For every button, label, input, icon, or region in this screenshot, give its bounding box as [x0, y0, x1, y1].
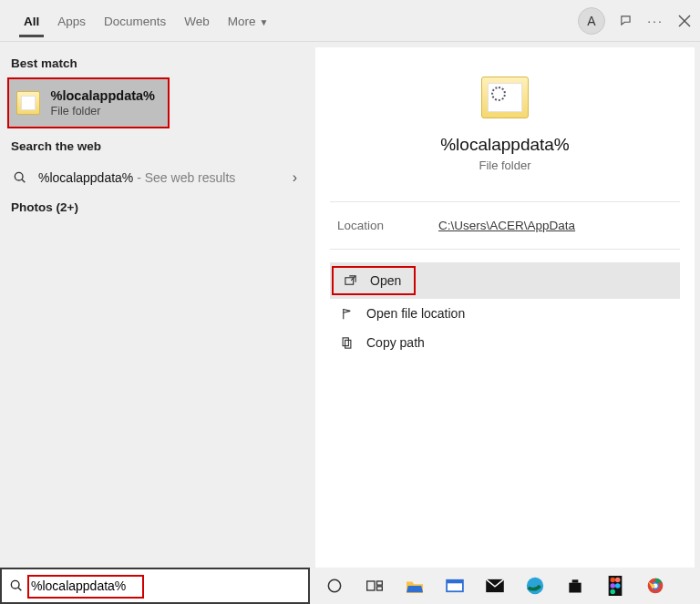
- mail-app-icon[interactable]: [443, 574, 467, 598]
- store-icon[interactable]: [563, 574, 587, 598]
- photos-heading[interactable]: Photos (2+): [0, 195, 310, 221]
- copy-path-action[interactable]: Copy path: [330, 328, 680, 357]
- web-search-result[interactable]: %localappdata% - See web results ›: [0, 160, 310, 195]
- svg-rect-12: [377, 587, 383, 590]
- search-icon: [13, 170, 27, 185]
- svg-point-2: [15, 172, 23, 180]
- mail-icon[interactable]: [483, 574, 507, 598]
- cortana-icon[interactable]: [323, 574, 346, 598]
- user-avatar[interactable]: A: [578, 7, 605, 35]
- result-subtitle: File folder: [51, 105, 155, 118]
- search-web-heading: Search the web: [0, 134, 310, 160]
- file-explorer-icon[interactable]: [403, 574, 427, 598]
- results-panel: Best match %localappdata% File folder Se…: [0, 42, 310, 568]
- svg-rect-14: [448, 583, 462, 590]
- tab-all[interactable]: All: [15, 4, 48, 37]
- tab-more[interactable]: More▼: [219, 4, 278, 37]
- svg-point-18: [611, 578, 616, 583]
- task-view-icon[interactable]: [363, 574, 386, 598]
- search-input[interactable]: [29, 575, 301, 597]
- search-icon: [9, 578, 24, 593]
- location-row: Location C:\Users\ACER\AppData: [330, 215, 680, 232]
- header-bar: All Apps Documents Web More▼ A ···: [0, 0, 700, 42]
- location-label: Location: [337, 219, 384, 232]
- preview-panel: %localappdata% File folder Location C:\U…: [315, 47, 695, 568]
- chevron-right-icon: ›: [293, 169, 297, 186]
- open-file-location-label: Open file location: [366, 306, 465, 321]
- best-match-text: %localappdata% File folder: [51, 88, 155, 118]
- tab-web[interactable]: Web: [175, 4, 219, 37]
- main-content: Best match %localappdata% File folder Se…: [0, 42, 700, 568]
- divider: [330, 249, 680, 250]
- chevron-down-icon: ▼: [260, 17, 269, 27]
- open-icon: [343, 273, 357, 288]
- copy-icon: [339, 335, 354, 350]
- svg-line-3: [22, 179, 25, 182]
- svg-point-7: [11, 580, 19, 589]
- tab-apps[interactable]: Apps: [48, 4, 95, 37]
- more-options-icon[interactable]: ···: [647, 13, 664, 29]
- bottom-bar: [0, 568, 700, 604]
- divider: [330, 201, 680, 202]
- svg-line-8: [18, 588, 21, 590]
- svg-rect-4: [345, 277, 353, 284]
- taskbar: [310, 568, 700, 604]
- folder-large-icon: [481, 77, 529, 118]
- gear-icon: [491, 87, 506, 101]
- header-actions: A ···: [578, 0, 693, 42]
- preview-header: %localappdata% File folder: [330, 69, 680, 189]
- figma-icon[interactable]: [603, 574, 627, 598]
- tab-more-label: More: [228, 15, 256, 28]
- preview-title: %localappdata%: [330, 135, 680, 155]
- filter-tabs: All Apps Documents Web More▼: [15, 4, 278, 37]
- copy-path-label: Copy path: [366, 335, 425, 350]
- open-file-location-action[interactable]: Open file location: [330, 299, 680, 328]
- folder-icon: [16, 91, 40, 115]
- edge-icon[interactable]: [523, 574, 547, 598]
- open-location-icon: [339, 306, 354, 321]
- svg-point-16: [527, 578, 543, 594]
- chrome-icon[interactable]: [643, 574, 667, 598]
- close-icon[interactable]: [676, 13, 693, 29]
- svg-point-20: [611, 583, 616, 589]
- svg-rect-10: [367, 581, 375, 590]
- svg-rect-11: [377, 581, 383, 585]
- preview-subtitle: File folder: [330, 159, 680, 172]
- tab-documents[interactable]: Documents: [95, 4, 175, 37]
- feedback-icon[interactable]: [618, 13, 634, 29]
- open-label: Open: [370, 273, 401, 288]
- web-result-left: %localappdata% - See web results: [13, 169, 235, 186]
- svg-rect-6: [345, 340, 350, 348]
- web-term: %localappdata%: [38, 170, 133, 185]
- preview-panel-wrap: %localappdata% File folder Location C:\U…: [310, 42, 700, 568]
- svg-point-9: [328, 579, 340, 591]
- open-action[interactable]: Open: [332, 266, 416, 295]
- web-hint: - See web results: [133, 170, 235, 185]
- result-title: %localappdata%: [51, 88, 155, 103]
- svg-rect-5: [343, 337, 348, 345]
- svg-point-21: [615, 583, 621, 589]
- preview-actions: Open Open file location Copy path: [330, 262, 680, 357]
- svg-point-19: [615, 578, 621, 583]
- best-match-heading: Best match: [0, 51, 310, 77]
- location-path-link[interactable]: C:\Users\ACER\AppData: [438, 219, 575, 232]
- best-match-result[interactable]: %localappdata% File folder: [7, 77, 170, 128]
- svg-point-22: [611, 589, 616, 595]
- search-box[interactable]: [0, 568, 310, 604]
- action-open-row: Open: [330, 262, 680, 299]
